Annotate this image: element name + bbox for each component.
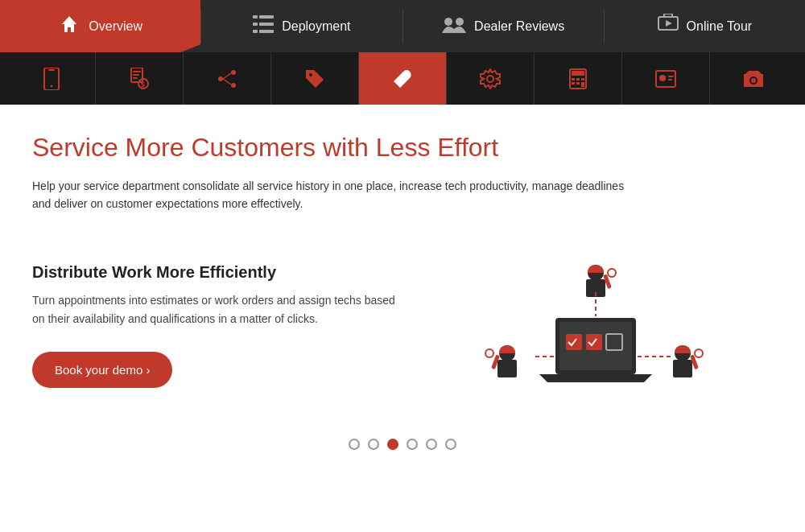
toolbar-wrench[interactable] <box>359 52 447 105</box>
svg-point-55 <box>485 349 493 357</box>
svg-point-12 <box>51 85 53 87</box>
feature-description: Turn appointments into estimates or work… <box>32 291 402 328</box>
svg-rect-13 <box>48 69 55 71</box>
svg-rect-29 <box>572 71 584 76</box>
svg-rect-6 <box>259 30 274 33</box>
pagination <box>32 439 773 450</box>
svg-rect-2 <box>259 15 274 19</box>
nav-online-tour-label: Online Tour <box>687 19 753 34</box>
dealer-reviews-icon <box>442 15 466 37</box>
toolbar-user-card[interactable] <box>622 52 710 105</box>
toolbar-share[interactable] <box>184 52 271 105</box>
svg-rect-15 <box>133 71 141 72</box>
main-description: Help your service department consolidate… <box>32 177 636 213</box>
toolbar-gear[interactable] <box>447 52 535 105</box>
svg-rect-5 <box>253 30 258 33</box>
pagination-dot-5[interactable] <box>426 439 437 450</box>
svg-rect-32 <box>581 78 584 80</box>
svg-point-27 <box>487 76 493 82</box>
feature-section: Distribute Work More Efficiently Turn ap… <box>32 237 773 414</box>
svg-rect-34 <box>576 82 580 85</box>
svg-rect-31 <box>576 78 580 80</box>
nav-overview[interactable]: Overview <box>0 0 200 52</box>
main-content: Service More Customers with Less Effort … <box>0 105 805 466</box>
pagination-dot-4[interactable] <box>407 439 418 450</box>
nav-overview-label: Overview <box>89 19 142 34</box>
book-demo-button[interactable]: Book your demo › <box>32 352 172 388</box>
feature-title: Distribute Work More Efficiently <box>32 263 402 282</box>
svg-rect-3 <box>253 23 258 26</box>
pagination-dot-2[interactable] <box>368 439 379 450</box>
svg-marker-0 <box>62 16 76 32</box>
nav-dealer-reviews[interactable]: Dealer Reviews <box>403 0 604 52</box>
feature-text: Distribute Work More Efficiently Turn ap… <box>32 263 402 388</box>
overview-icon <box>58 13 80 39</box>
nav-dealer-reviews-label: Dealer Reviews <box>474 19 564 34</box>
toolbar-invoice[interactable]: $ <box>96 52 184 105</box>
nav-deployment-label: Deployment <box>282 19 350 34</box>
svg-rect-4 <box>259 23 274 26</box>
svg-point-41 <box>751 78 756 83</box>
svg-point-8 <box>456 18 464 26</box>
svg-rect-30 <box>572 78 575 80</box>
svg-point-21 <box>231 83 236 88</box>
svg-rect-39 <box>668 79 672 80</box>
toolbar-tag[interactable] <box>271 52 359 105</box>
pagination-dot-1[interactable] <box>349 439 360 450</box>
svg-rect-17 <box>133 77 138 79</box>
svg-rect-36 <box>656 71 675 87</box>
pagination-dot-3[interactable] <box>387 439 398 450</box>
svg-point-22 <box>218 76 223 81</box>
pagination-dot-6[interactable] <box>445 439 456 450</box>
svg-rect-35 <box>581 82 584 87</box>
illustration <box>419 237 773 414</box>
distribute-work-illustration <box>459 245 733 406</box>
svg-point-37 <box>659 75 666 81</box>
icon-toolbar: $ <box>0 52 805 105</box>
svg-line-24 <box>223 79 231 85</box>
nav-deployment[interactable]: Deployment <box>201 0 402 52</box>
main-title: Service More Customers with Less Effort <box>32 133 773 163</box>
svg-point-7 <box>444 18 452 26</box>
top-navigation: Overview Deployment Dealer Reviews <box>0 0 805 52</box>
svg-point-20 <box>231 70 236 75</box>
svg-point-60 <box>695 349 703 357</box>
toolbar-calculator[interactable] <box>535 52 622 105</box>
svg-text:$: $ <box>141 80 145 89</box>
svg-rect-57 <box>673 360 692 377</box>
toolbar-camera[interactable] <box>710 52 797 105</box>
toolbar-mobile[interactable] <box>8 52 96 105</box>
svg-rect-38 <box>668 76 674 77</box>
nav-online-tour[interactable]: Online Tour <box>605 0 805 52</box>
svg-marker-10 <box>666 20 672 27</box>
svg-rect-16 <box>133 74 139 76</box>
svg-rect-33 <box>572 82 575 85</box>
svg-rect-1 <box>253 15 258 19</box>
svg-point-50 <box>608 269 616 277</box>
deployment-icon <box>253 15 274 37</box>
svg-rect-52 <box>497 360 517 377</box>
svg-line-23 <box>223 73 231 79</box>
svg-point-25 <box>309 73 312 76</box>
online-tour-icon <box>658 14 679 39</box>
